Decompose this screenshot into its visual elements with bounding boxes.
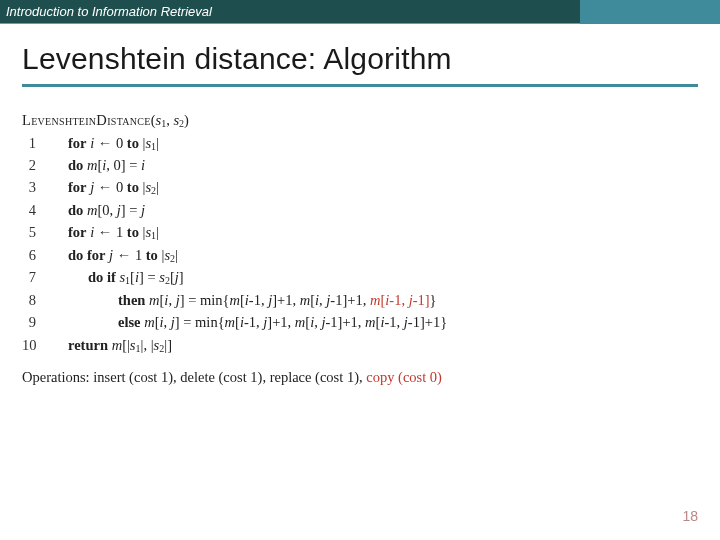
header-bar: Introduction to Information Retrieval — [0, 0, 720, 24]
line-code: for i ← 1 to |s1| — [48, 221, 159, 244]
line-number: 9 — [22, 311, 48, 333]
function-name: LevenshteinDistance — [22, 112, 151, 128]
line-number: 2 — [22, 154, 48, 176]
algorithm-signature: LevenshteinDistance(s1, s2) — [22, 109, 698, 132]
algorithm-line: 7do if s1[i] = s2[j] — [22, 266, 698, 289]
line-code: do for j ← 1 to |s2| — [48, 244, 178, 267]
algorithm-line: 1for i ← 0 to |s1| — [22, 132, 698, 155]
course-title: Introduction to Information Retrieval — [0, 4, 212, 19]
slide-title: Levenshtein distance: Algorithm — [0, 24, 720, 84]
line-code: for j ← 0 to |s2| — [48, 176, 159, 199]
line-number: 10 — [22, 334, 48, 357]
algorithm-line: 9else m[i, j] = min{m[i-1, j]+1, m[i, j-… — [22, 311, 698, 333]
line-code: else m[i, j] = min{m[i-1, j]+1, m[i, j-1… — [48, 311, 447, 333]
line-code: then m[i, j] = min{m[i-1, j]+1, m[i, j-1… — [48, 289, 437, 311]
line-number: 5 — [22, 221, 48, 244]
line-code: do if s1[i] = s2[j] — [48, 266, 184, 289]
algorithm-line: 3for j ← 0 to |s2| — [22, 176, 698, 199]
algorithm-block: LevenshteinDistance(s1, s2) 1for i ← 0 t… — [0, 87, 720, 356]
line-number: 6 — [22, 244, 48, 267]
algorithm-line: 2do m[i, 0] = i — [22, 154, 698, 176]
line-code: do m[i, 0] = i — [48, 154, 145, 176]
line-number: 4 — [22, 199, 48, 221]
algorithm-line: 4do m[0, j] = j — [22, 199, 698, 221]
line-code: do m[0, j] = j — [48, 199, 145, 221]
algorithm-line: 6do for j ← 1 to |s2| — [22, 244, 698, 267]
operations-note: Operations: insert (cost 1), delete (cos… — [0, 356, 720, 388]
algorithm-line: 10return m[|s1|, |s2|] — [22, 334, 698, 357]
line-number: 8 — [22, 289, 48, 311]
algorithm-line: 5for i ← 1 to |s1| — [22, 221, 698, 244]
header-accent — [580, 0, 720, 24]
line-number: 3 — [22, 176, 48, 199]
line-code: for i ← 0 to |s1| — [48, 132, 159, 155]
algorithm-line: 8then m[i, j] = min{m[i-1, j]+1, m[i, j-… — [22, 289, 698, 311]
line-code: return m[|s1|, |s2|] — [48, 334, 172, 357]
algorithm-lines: 1for i ← 0 to |s1|2do m[i, 0] = i3for j … — [22, 132, 698, 357]
page-number: 18 — [682, 508, 698, 524]
line-number: 7 — [22, 266, 48, 289]
line-number: 1 — [22, 132, 48, 155]
function-args: (s1, s2) — [151, 112, 189, 128]
